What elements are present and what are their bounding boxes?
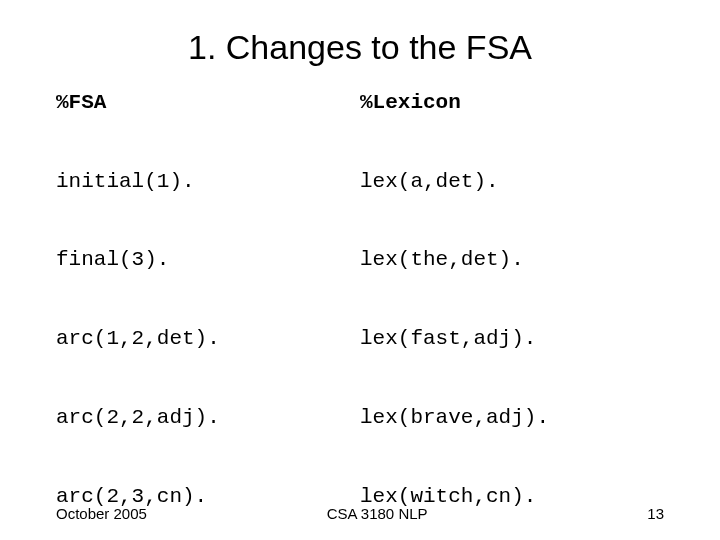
content-columns: %FSA initial(1). final(3). arc(1,2,det).… <box>56 91 664 540</box>
lexicon-column: %Lexicon lex(a,det). lex(the,det). lex(f… <box>360 91 664 540</box>
fsa-code: initial(1). final(3). arc(1,2,det). arc(… <box>56 116 360 540</box>
code-line: arc(1,2,det). <box>56 326 360 352</box>
code-line: lex(fast,adj). <box>360 326 664 352</box>
footer-page-number: 13 <box>647 505 664 522</box>
slide-title: 1. Changes to the FSA <box>56 28 664 67</box>
lexicon-code: lex(a,det). lex(the,det). lex(fast,adj).… <box>360 116 664 540</box>
lexicon-header: %Lexicon <box>360 91 664 114</box>
code-line: lex(a,det). <box>360 169 664 195</box>
fsa-column: %FSA initial(1). final(3). arc(1,2,det).… <box>56 91 360 540</box>
code-line: lex(the,det). <box>360 247 664 273</box>
code-line: lex(brave,adj). <box>360 405 664 431</box>
slide-footer: October 2005 CSA 3180 NLP 13 <box>56 505 664 522</box>
code-line: arc(2,2,adj). <box>56 405 360 431</box>
slide: 1. Changes to the FSA %FSA initial(1). f… <box>0 0 720 540</box>
code-line: final(3). <box>56 247 360 273</box>
fsa-header: %FSA <box>56 91 360 114</box>
footer-center: CSA 3180 NLP <box>107 505 647 522</box>
code-line: initial(1). <box>56 169 360 195</box>
